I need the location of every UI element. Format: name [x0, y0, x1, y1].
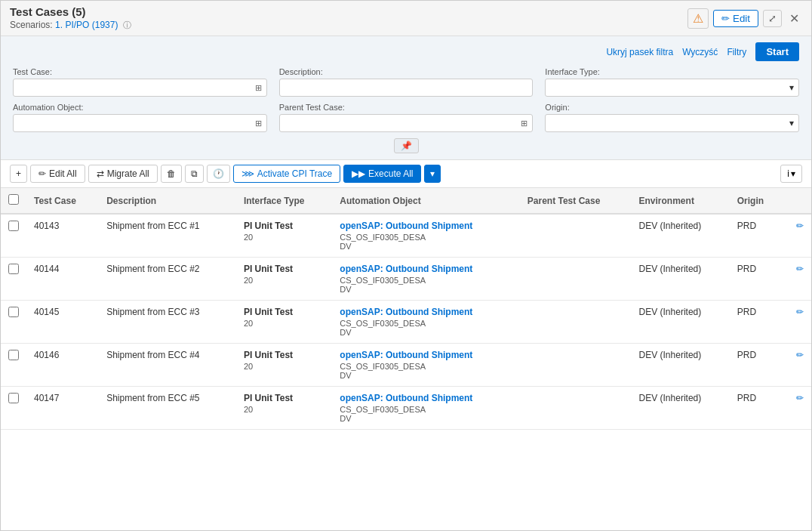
main-window: Test Cases (5) Scenarios: 1. PI/PO (1937…: [0, 0, 812, 531]
toolbar: + ✏ Edit All ⇄ Migrate All 🗑 ⧉ 🕐 ⋙ Activ…: [1, 160, 811, 188]
activate-icon: ⋙: [241, 168, 254, 179]
row-description-0: Shipment from ECC #1: [99, 214, 236, 258]
parent-test-case-filter-label: Parent Test Case:: [279, 103, 534, 112]
execute-all-button[interactable]: ▶▶ Execute All: [343, 165, 421, 183]
row-description-2: Shipment from ECC #3: [99, 301, 236, 344]
table-row: 40146 Shipment from ECC #4 PI Unit Test …: [1, 344, 811, 387]
row-parent-test-case-1: [520, 258, 632, 301]
description-text-2: Shipment from ECC #3: [106, 307, 199, 317]
filters-link[interactable]: Filtry: [727, 47, 746, 57]
clear-filter-link[interactable]: Wyczyść: [682, 47, 718, 57]
execute-dropdown-button[interactable]: ▾: [424, 165, 441, 183]
row-checkbox-4[interactable]: [8, 393, 19, 403]
hide-filter-link[interactable]: Ukryj pasek filtra: [606, 47, 673, 57]
col-test-case: Test Case: [26, 188, 99, 214]
description-input[interactable]: [285, 82, 528, 93]
row-origin-4: PRD: [730, 387, 783, 430]
row-edit-icon-4[interactable]: ✏: [796, 393, 804, 403]
info-button[interactable]: i ▾: [780, 165, 802, 183]
automation-object-filter-input[interactable]: ⊞: [13, 114, 267, 132]
origin-filter-group: Origin: ▾: [545, 103, 799, 132]
ao-link-4[interactable]: openSAP: Outbound Shipment: [340, 393, 512, 403]
test-case-input-icon[interactable]: ⊞: [255, 83, 262, 93]
row-parent-test-case-0: [520, 214, 632, 258]
test-case-filter-group: Test Case: ⊞: [13, 67, 267, 97]
test-case-input[interactable]: [18, 82, 255, 93]
origin-value-4: PRD: [737, 393, 756, 403]
environment-value-0: DEV (Inherited): [639, 221, 702, 231]
automation-object-input-icon[interactable]: ⊞: [255, 119, 262, 128]
header-right: ⚠ ✏ Edit ⤢ ✕: [687, 8, 802, 29]
clock-icon: 🕐: [213, 168, 224, 179]
row-origin-1: PRD: [730, 258, 783, 301]
row-checkbox-0[interactable]: [8, 221, 19, 231]
parent-test-case-input[interactable]: [285, 118, 521, 128]
row-environment-4: DEV (Inherited): [632, 387, 730, 430]
copy-button[interactable]: ⧉: [185, 165, 204, 183]
table-row: 40143 Shipment from ECC #1 PI Unit Test …: [1, 214, 811, 258]
origin-select[interactable]: ▾: [545, 114, 799, 132]
start-button[interactable]: Start: [755, 42, 799, 61]
edit-button[interactable]: ✏ Edit: [713, 10, 758, 27]
interface-type-select[interactable]: ▾: [545, 79, 799, 97]
row-test-case-4: 40147: [26, 387, 99, 430]
environment-value-2: DEV (Inherited): [639, 307, 702, 317]
migrate-all-button[interactable]: ⇄ Migrate All: [88, 165, 158, 183]
col-origin: Origin: [730, 188, 783, 214]
col-actions: [783, 188, 811, 214]
pencil-icon: ✏: [721, 13, 730, 24]
test-case-id-0: 40143: [34, 221, 59, 231]
row-actions-1: ✏: [783, 258, 811, 301]
row-checkbox-cell-3: [1, 344, 26, 387]
activate-cpi-label: Activate CPI Trace: [257, 168, 332, 179]
delete-button[interactable]: 🗑: [161, 165, 182, 183]
row-checkbox-2[interactable]: [8, 307, 19, 317]
add-button[interactable]: +: [10, 165, 27, 183]
info-dropdown-arrow: ▾: [791, 168, 795, 179]
row-edit-icon-1[interactable]: ✏: [796, 264, 804, 274]
scenario-link[interactable]: 1. PI/PO (1937): [55, 20, 118, 30]
description-filter-input[interactable]: [279, 79, 534, 97]
close-button[interactable]: ✕: [786, 10, 802, 27]
interface-type-num-2: 20: [244, 319, 324, 328]
scenarios-bar: Scenarios: 1. PI/PO (1937) ⓘ: [10, 20, 131, 31]
row-edit-icon-0[interactable]: ✏: [796, 221, 804, 231]
test-case-filter-input[interactable]: ⊞: [13, 79, 267, 97]
row-edit-icon-3[interactable]: ✏: [796, 350, 804, 360]
environment-value-1: DEV (Inherited): [639, 264, 702, 274]
row-checkbox-cell-0: [1, 214, 26, 258]
col-interface-type: Interface Type: [236, 188, 332, 214]
row-origin-3: PRD: [730, 344, 783, 387]
pin-button[interactable]: 📌: [394, 138, 419, 153]
select-all-checkbox[interactable]: [8, 194, 19, 205]
row-checkbox-1[interactable]: [8, 264, 19, 274]
automation-object-input[interactable]: [18, 118, 255, 128]
test-case-id-1: 40144: [34, 264, 59, 274]
edit-all-button[interactable]: ✏ Edit All: [30, 165, 85, 183]
col-description: Description: [99, 188, 236, 214]
row-edit-icon-2[interactable]: ✏: [796, 307, 804, 317]
scenario-info-icon: ⓘ: [123, 20, 131, 29]
environment-value-3: DEV (Inherited): [639, 350, 702, 360]
ao-link-3[interactable]: openSAP: Outbound Shipment: [340, 350, 512, 360]
interface-type-num-1: 20: [244, 276, 324, 285]
expand-button[interactable]: ⤢: [763, 10, 782, 27]
row-environment-2: DEV (Inherited): [632, 301, 730, 344]
col-checkbox: [1, 188, 26, 214]
description-filter-label: Description:: [279, 67, 534, 76]
warning-icon: ⚠: [693, 11, 703, 26]
row-interface-type-0: PI Unit Test 20: [236, 214, 332, 258]
warning-button[interactable]: ⚠: [687, 8, 709, 29]
col-environment: Environment: [632, 188, 730, 214]
parent-test-case-filter-input[interactable]: ⊞: [279, 114, 534, 132]
ao-link-1[interactable]: openSAP: Outbound Shipment: [340, 264, 512, 274]
activate-cpi-button[interactable]: ⋙ Activate CPI Trace: [233, 165, 340, 183]
ao-link-0[interactable]: openSAP: Outbound Shipment: [340, 221, 512, 231]
parent-test-case-input-icon[interactable]: ⊞: [521, 119, 527, 128]
ao-code-1: CS_OS_IF0305_DESADV: [340, 276, 512, 294]
ao-link-2[interactable]: openSAP: Outbound Shipment: [340, 307, 512, 317]
schedule-button[interactable]: 🕐: [207, 165, 230, 183]
migrate-all-label: Migrate All: [107, 168, 149, 179]
description-text-1: Shipment from ECC #2: [106, 264, 199, 274]
row-checkbox-3[interactable]: [8, 350, 19, 360]
